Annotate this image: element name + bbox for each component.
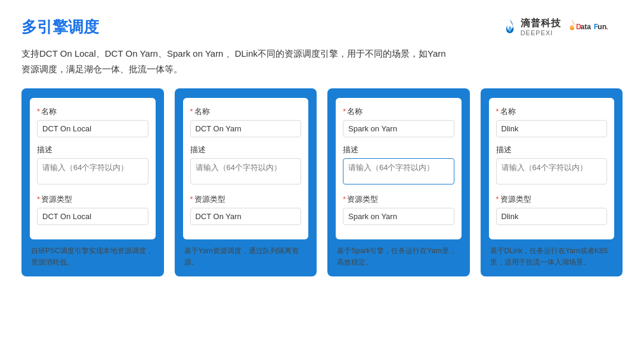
card-inner-2: *名称 描述 *资源类型	[336, 98, 462, 239]
name-field-group-1: *名称	[190, 106, 302, 137]
name-field-group-2: *名称	[343, 106, 454, 137]
desc-field-group-2: 描述	[343, 144, 454, 187]
svg-text:.: .	[606, 22, 608, 31]
desc-label-3: 描述	[496, 144, 608, 155]
name-input-1[interactable]	[190, 120, 302, 137]
required-star-name-3: *	[496, 107, 499, 116]
description-text: 支持DCT On Local、DCT On Yarn、Spark on Yarn…	[21, 46, 623, 76]
deepexi-text: 滴普科技 DEEPEXI	[521, 17, 561, 38]
resource-label-1: *资源类型	[190, 194, 302, 205]
required-star-resource-2: *	[343, 195, 346, 204]
name-label-1: *名称	[190, 106, 302, 117]
logo-area: 滴普科技 DEEPEXI D ata F un .	[501, 17, 623, 38]
desc-field-group-0: 描述	[37, 144, 148, 187]
resource-input-1[interactable]	[190, 208, 302, 225]
resource-input-2[interactable]	[343, 208, 454, 225]
card-footer-1: 基于Yarn资源调度，通过队列隔离资源。	[183, 245, 309, 268]
engine-card-0: *名称 描述 *资源类型 自研PSC调度引擎实现本地资源调度，资源消耗低	[21, 88, 164, 276]
resource-input-3[interactable]	[496, 208, 608, 225]
cards-container: *名称 描述 *资源类型 自研PSC调度引擎实现本地资源调度，资源消耗低	[21, 88, 623, 276]
engine-card-2: *名称 描述 *资源类型 基于Spark引擎，任务运行在Yarn里，高效	[327, 88, 470, 276]
card-inner-3: *名称 描述 *资源类型	[489, 98, 615, 239]
desc-label-1: 描述	[190, 144, 302, 155]
name-label-2: *名称	[343, 106, 454, 117]
desc-input-3[interactable]	[496, 158, 608, 184]
resource-label-3: *资源类型	[496, 194, 608, 205]
desc-field-group-1: 描述	[190, 144, 302, 187]
card-footer-0: 自研PSC调度引擎实现本地资源调度，资源消耗低。	[30, 245, 156, 268]
deepexi-flame-icon	[501, 19, 518, 35]
name-label-3: *名称	[496, 106, 608, 117]
name-label-0: *名称	[37, 106, 148, 117]
resource-label-0: *资源类型	[37, 194, 148, 205]
desc-input-1[interactable]	[190, 158, 302, 184]
required-star-resource-0: *	[37, 195, 40, 204]
desc-label-2: 描述	[343, 144, 454, 155]
required-star-name-0: *	[37, 107, 40, 116]
resource-input-0[interactable]	[37, 208, 148, 225]
resource-field-group-3: *资源类型	[496, 194, 608, 225]
resource-field-group-2: *资源类型	[343, 194, 454, 225]
required-star-resource-1: *	[190, 195, 193, 204]
resource-field-group-0: *资源类型	[37, 194, 148, 225]
card-footer-3: 基于DLink，任务运行在Yarn或者K8S里，适用于批流一体入湖场景。	[489, 245, 615, 268]
engine-card-3: *名称 描述 *资源类型 基于DLink，任务运行在Yarn或者K8S里	[481, 88, 623, 276]
svg-text:un: un	[597, 23, 606, 31]
required-star-name-1: *	[190, 107, 193, 116]
desc-field-group-3: 描述	[496, 144, 608, 187]
datafun-svg: D ata F un .	[567, 19, 623, 35]
page-title: 多引擎调度	[21, 17, 99, 38]
name-field-group-0: *名称	[37, 106, 148, 137]
deepexi-logo: 滴普科技 DEEPEXI	[501, 17, 561, 38]
name-field-group-3: *名称	[496, 106, 608, 137]
desc-input-2[interactable]	[343, 158, 454, 184]
card-inner-0: *名称 描述 *资源类型	[30, 98, 156, 239]
card-footer-2: 基于Spark引擎，任务运行在Yarn里，高效稳定。	[336, 245, 462, 268]
engine-card-1: *名称 描述 *资源类型 基于Yarn资源调度，通过队列隔离资源。	[175, 88, 317, 276]
desc-label-0: 描述	[37, 144, 148, 155]
required-star-name-2: *	[343, 107, 346, 116]
desc-input-0[interactable]	[37, 158, 148, 184]
resource-label-2: *资源类型	[343, 194, 454, 205]
name-input-3[interactable]	[496, 120, 608, 137]
required-star-resource-3: *	[496, 195, 499, 204]
name-input-0[interactable]	[37, 120, 148, 137]
card-inner-1: *名称 描述 *资源类型	[183, 98, 309, 239]
svg-text:ata: ata	[580, 23, 591, 31]
resource-field-group-1: *资源类型	[190, 194, 302, 225]
datafun-logo: D ata F un .	[567, 19, 623, 35]
name-input-2[interactable]	[343, 120, 454, 137]
